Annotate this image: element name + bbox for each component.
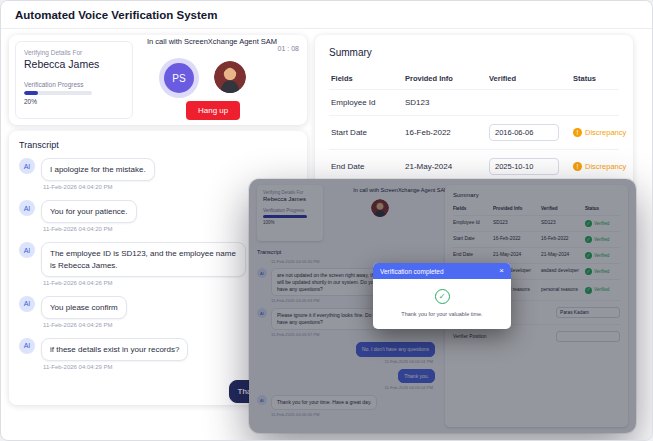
app-header: Automated Voice Verification System bbox=[1, 1, 652, 29]
summary-row: Employee Id SD123 bbox=[329, 89, 619, 115]
hang-up-button[interactable]: Hang up bbox=[186, 101, 240, 120]
success-check-icon: ✓ bbox=[435, 289, 450, 304]
verification-completed-modal: Verification completed × ✓ Thank you for… bbox=[373, 263, 511, 329]
completed-call-popup-window: Verifying Details For Rebecca James Veri… bbox=[249, 179, 636, 433]
ai-avatar-icon: AI bbox=[19, 242, 35, 258]
verifying-details-card: Verifying Details For Rebecca James Veri… bbox=[15, 41, 133, 119]
provided-value: 21-May-2024 bbox=[405, 162, 489, 171]
modal-title: Verification completed bbox=[380, 268, 444, 275]
provided-value: SD123 bbox=[405, 98, 489, 107]
verification-progress-bar bbox=[24, 91, 92, 95]
progress-fill bbox=[24, 91, 38, 95]
status-badge: Discrepancy bbox=[573, 162, 626, 171]
chat-bubble: if these details exist in your records? bbox=[41, 338, 188, 361]
summary-rows: Employee Id SD123 Start Date 16- bbox=[329, 89, 619, 183]
column-status: Status bbox=[573, 74, 617, 83]
status-cell: Discrepancy bbox=[573, 128, 626, 137]
column-provided-info: Provided Info bbox=[405, 74, 489, 83]
ai-avatar-icon: AI bbox=[19, 158, 35, 174]
call-timer: 01 : 08 bbox=[278, 45, 299, 52]
verified-date-input[interactable] bbox=[489, 158, 559, 175]
column-fields: Fields bbox=[331, 74, 405, 83]
verified-cell bbox=[489, 124, 573, 141]
agent-initials-avatar: PS bbox=[164, 63, 194, 93]
field-name: End Date bbox=[331, 162, 405, 171]
person-name: Rebecca James bbox=[24, 58, 124, 70]
modal-body: ✓ Thank you for your valuable time. bbox=[373, 279, 511, 329]
ai-avatar-icon: AI bbox=[19, 338, 35, 354]
summary-row: End Date 21-May-2024 Discrepancy bbox=[329, 149, 619, 183]
chat-bubble: You please confirm bbox=[41, 296, 127, 319]
provided-value: 16-Feb-2022 bbox=[405, 128, 489, 137]
call-card: Verifying Details For Rebecca James Veri… bbox=[9, 35, 307, 125]
field-name: Employee Id bbox=[331, 98, 405, 107]
column-verified: Verified bbox=[489, 74, 573, 83]
progress-percentage: 20% bbox=[24, 98, 124, 105]
chat-bubble: You for your patience. bbox=[41, 200, 137, 223]
summary-header-row: Fields Provided Info Verified Status bbox=[329, 70, 619, 89]
app-title: Automated Voice Verification System bbox=[15, 9, 217, 21]
ai-avatar-icon: AI bbox=[19, 296, 35, 312]
warning-icon bbox=[573, 162, 582, 171]
in-call-label: In call with ScreenXchange Agent SAM bbox=[147, 37, 297, 46]
verification-progress-label: Verification Progress bbox=[24, 81, 124, 88]
verified-cell bbox=[489, 158, 573, 175]
field-name: Start Date bbox=[331, 128, 405, 137]
summary-row: Start Date 16-Feb-2022 Discrepancy bbox=[329, 115, 619, 149]
modal-header: Verification completed × bbox=[373, 263, 511, 279]
chat-bubble: The employee ID is SD123, and the employ… bbox=[41, 242, 246, 276]
transcript-title: Transcript bbox=[19, 140, 297, 150]
ai-avatar-icon: AI bbox=[19, 200, 35, 216]
verified-date-input[interactable] bbox=[489, 124, 559, 141]
verifying-label: Verifying Details For bbox=[24, 49, 124, 56]
person-photo-icon bbox=[214, 61, 246, 93]
status-badge: Discrepancy bbox=[573, 128, 626, 137]
warning-icon bbox=[573, 128, 582, 137]
status-label: Discrepancy bbox=[585, 128, 626, 137]
chat-bubble: I apologize for the mistake. bbox=[41, 158, 155, 181]
modal-message: Thank you for your valuable time. bbox=[401, 311, 482, 317]
app-window: Automated Voice Verification System Veri… bbox=[0, 0, 653, 441]
caller-photo-avatar bbox=[214, 61, 246, 93]
close-icon[interactable]: × bbox=[499, 267, 504, 275]
status-label: Discrepancy bbox=[585, 162, 626, 171]
summary-title: Summary bbox=[329, 47, 619, 58]
status-cell: Discrepancy bbox=[573, 162, 626, 171]
